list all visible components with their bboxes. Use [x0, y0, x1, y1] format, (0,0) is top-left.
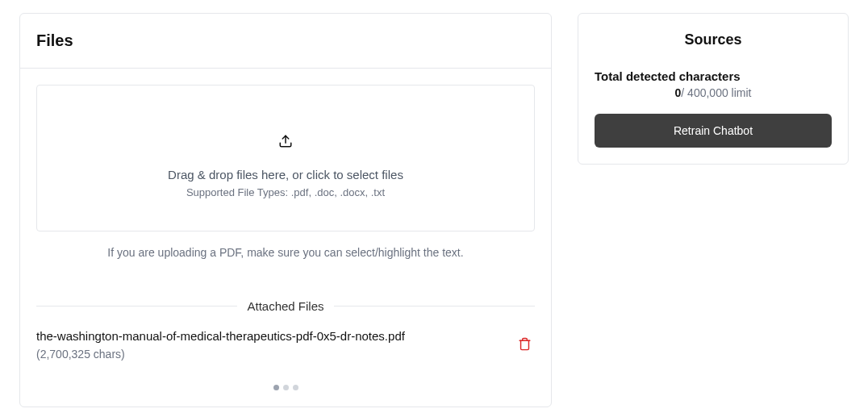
dropzone-subtext: Supported File Types: .pdf, .doc, .docx,… — [53, 186, 518, 198]
sources-panel: Sources Total detected characters 0/ 400… — [578, 13, 849, 165]
delete-file-button[interactable] — [515, 334, 535, 357]
file-row: the-washington-manual-of-medical-therape… — [36, 329, 535, 361]
file-dropzone[interactable]: Drag & drop files here, or click to sele… — [36, 85, 535, 231]
trash-icon — [518, 337, 532, 353]
attached-files-divider: Attached Files — [36, 299, 535, 313]
file-name: the-washington-manual-of-medical-therape… — [36, 329, 502, 343]
sources-title: Sources — [595, 31, 832, 48]
file-chars: (2,700,325 chars) — [36, 348, 502, 361]
files-title: Files — [36, 31, 535, 50]
dropzone-text: Drag & drop files here, or click to sele… — [53, 168, 518, 181]
total-characters-row: 0/ 400,000 limit — [595, 86, 832, 99]
loading-dots — [36, 385, 535, 390]
attached-files-label: Attached Files — [247, 299, 323, 313]
files-panel: Files Drag & drop files here, or click t… — [19, 13, 552, 407]
upload-icon — [278, 134, 293, 152]
retrain-chatbot-button[interactable]: Retrain Chatbot — [595, 114, 832, 148]
pdf-note: If you are uploading a PDF, make sure yo… — [36, 246, 535, 259]
total-characters-label: Total detected characters — [595, 69, 832, 83]
total-characters-limit: / 400,000 limit — [681, 86, 751, 99]
